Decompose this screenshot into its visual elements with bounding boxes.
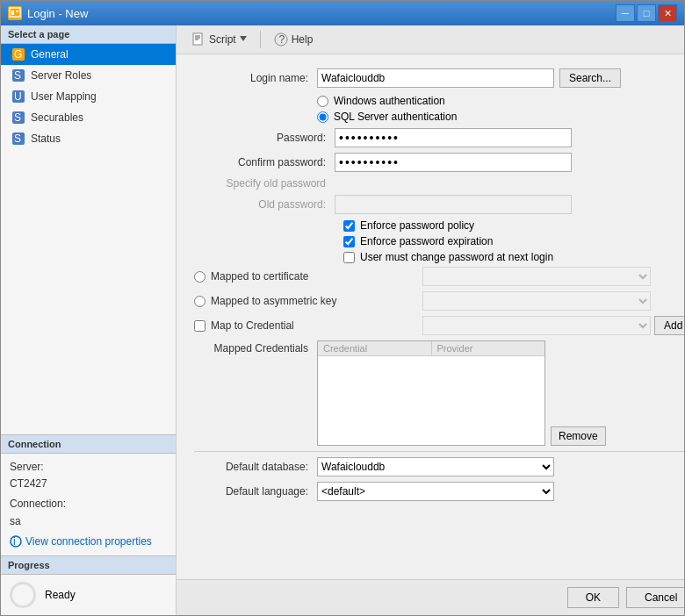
help-icon: ? — [274, 32, 288, 47]
connection-header: Connection — [1, 435, 176, 454]
server-roles-icon: S — [11, 68, 25, 82]
progress-section: Progress Ready — [1, 555, 176, 615]
window-icon — [8, 6, 22, 20]
user-must-change-row: User must change password at next login — [343, 251, 684, 263]
mapped-asym-dropdown[interactable] — [422, 291, 651, 311]
sql-auth-row: SQL Server authentication — [317, 111, 684, 123]
user-mapping-icon: U — [11, 90, 25, 104]
map-cred-row: Map to Credential Add — [194, 316, 684, 335]
mapped-credentials-row: Mapped Credentials Credential Provider R… — [194, 340, 684, 446]
cred-table-header: Credential Provider — [318, 341, 544, 356]
specify-old-password-row: Specify old password — [194, 177, 684, 190]
enforce-policy-label: Enforce password policy — [360, 219, 474, 232]
auth-radio-group: Windows authentication SQL Server authen… — [317, 95, 684, 123]
default-lang-row: Default language: <default> — [194, 482, 684, 501]
windows-auth-row: Windows authentication — [317, 95, 684, 107]
map-cred-dropdown[interactable] — [422, 316, 651, 335]
help-button[interactable]: ? Help — [266, 29, 321, 50]
toolbar-separator — [260, 31, 261, 48]
svg-text:?: ? — [278, 33, 285, 46]
enforce-policy-row: Enforce password policy — [343, 219, 684, 232]
svg-text:S: S — [14, 69, 21, 82]
main-window: Login - New ─ □ ✕ Select a page G Genera… — [0, 0, 685, 616]
svg-text:S: S — [14, 133, 21, 145]
old-password-input[interactable] — [335, 195, 572, 214]
login-name-label: Login name: — [194, 72, 317, 84]
sql-auth-radio[interactable] — [317, 111, 328, 123]
user-must-change-label: User must change password at next login — [360, 251, 553, 263]
confirm-password-row: Confirm password: — [194, 153, 684, 172]
sidebar-item-general[interactable]: G General — [1, 44, 176, 65]
user-must-change-checkbox[interactable] — [343, 252, 355, 263]
default-db-dropdown[interactable]: Wafaiclouddb — [317, 457, 554, 476]
sidebar: Select a page G General S Server Roles — [1, 25, 177, 615]
cancel-button[interactable]: Cancel — [626, 587, 684, 608]
view-connection-link[interactable]: i View connection properties — [10, 534, 167, 550]
svg-point-13 — [11, 536, 21, 547]
script-button[interactable]: Script — [184, 29, 255, 50]
window-title: Login - New — [27, 7, 88, 20]
default-db-label: Default database: — [194, 461, 317, 473]
close-button[interactable]: ✕ — [658, 4, 677, 22]
default-lang-dropdown[interactable]: <default> — [317, 482, 554, 501]
remove-credential-button[interactable]: Remove — [551, 426, 606, 446]
mapped-asym-radio[interactable] — [194, 296, 206, 307]
general-icon: G — [11, 47, 25, 61]
login-name-input[interactable] — [317, 68, 554, 88]
sidebar-item-server-roles[interactable]: S Server Roles — [1, 65, 176, 86]
mapped-cert-label: Mapped to certificate — [211, 270, 308, 283]
script-icon — [191, 32, 206, 47]
map-cred-label: Map to Credential — [211, 319, 294, 332]
sidebar-label-securables: Securables — [31, 111, 83, 124]
enforce-expiration-row: Enforce password expiration — [343, 235, 684, 247]
default-db-row: Default database: Wafaiclouddb — [194, 457, 684, 476]
sidebar-section-header: Select a page — [1, 25, 176, 44]
old-password-row: Old password: — [194, 195, 684, 214]
form-area: Login name: Search... Windows authentica… — [177, 54, 684, 579]
svg-text:i: i — [13, 535, 16, 548]
add-credential-button[interactable]: Add — [654, 316, 684, 335]
map-to-credential-checkbox[interactable] — [194, 320, 206, 332]
sidebar-label-user-mapping: User Mapping — [31, 90, 97, 103]
title-bar: Login - New ─ □ ✕ — [1, 1, 684, 25]
login-name-row: Login name: Search... — [194, 68, 684, 88]
progress-header: Progress — [1, 556, 176, 575]
link-icon: i — [10, 535, 22, 548]
default-lang-label: Default language: — [194, 485, 317, 498]
connection-label: Connection: sa — [10, 496, 167, 529]
specify-old-password-label: Specify old password — [194, 177, 335, 190]
password-input[interactable] — [335, 128, 572, 147]
connection-section: Connection Server: CT2427 Connection: sa… — [1, 434, 176, 555]
enforce-expiration-checkbox[interactable] — [343, 236, 355, 247]
main-content: Select a page G General S Server Roles — [1, 25, 684, 615]
windows-auth-label: Windows authentication — [334, 95, 445, 107]
minimize-button[interactable]: ─ — [616, 4, 635, 22]
toolbar: Script ? Help — [177, 25, 684, 54]
confirm-password-input[interactable] — [335, 153, 572, 172]
credentials-table: Credential Provider — [317, 340, 545, 446]
sidebar-item-securables[interactable]: S Securables — [1, 107, 176, 128]
maximize-button[interactable]: □ — [637, 4, 656, 22]
mapped-cert-radio[interactable] — [194, 271, 206, 283]
sidebar-item-status[interactable]: S Status — [1, 128, 176, 149]
svg-rect-1 — [11, 11, 14, 15]
status-icon: S — [11, 132, 25, 146]
enforce-expiration-label: Enforce password expiration — [360, 235, 493, 247]
mapped-asym-row: Mapped to asymmetric key — [194, 291, 684, 311]
confirm-password-label: Confirm password: — [194, 156, 335, 168]
svg-marker-19 — [240, 36, 247, 41]
right-panel: Script ? Help Login name: Search... — [177, 25, 684, 615]
sql-auth-label: SQL Server authentication — [334, 111, 457, 123]
windows-auth-radio[interactable] — [317, 96, 328, 107]
mapped-cert-dropdown[interactable] — [422, 267, 651, 286]
search-button[interactable]: Search... — [559, 68, 621, 88]
sidebar-label-status: Status — [31, 133, 61, 145]
credential-col-header: Credential — [318, 341, 432, 355]
enforce-policy-checkbox[interactable] — [343, 220, 355, 232]
form-divider — [194, 451, 684, 452]
server-value: CT2427 — [10, 477, 47, 490]
sidebar-item-user-mapping[interactable]: U User Mapping — [1, 86, 176, 107]
title-bar-left: Login - New — [8, 6, 88, 20]
securables-icon: S — [11, 111, 25, 125]
ok-button[interactable]: OK — [567, 587, 619, 608]
